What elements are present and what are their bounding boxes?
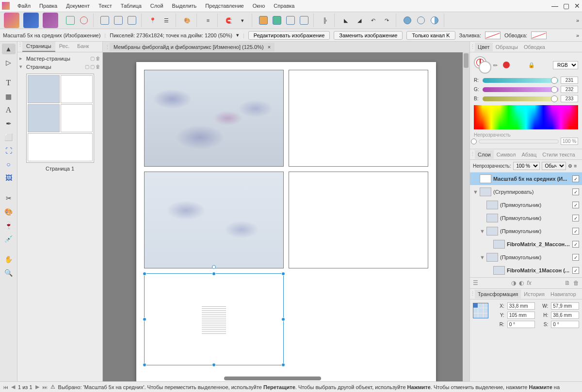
art-text-tool[interactable]: A [2,105,16,115]
vertical-scrollbar[interactable] [463,52,469,381]
tool-align2[interactable]: ╠ [319,14,331,27]
tool-magnet[interactable]: 🧲 [223,14,235,27]
table-tool[interactable]: ▦ [2,91,16,102]
b-slider[interactable] [483,96,559,101]
layer-row[interactable]: (Прямоугольник)✓ [470,199,582,212]
menu-view[interactable]: Представление [201,2,247,10]
tool-op2[interactable] [415,14,427,27]
h-input[interactable]: 38,6 mm [551,312,579,319]
layer-row[interactable]: ▼(Прямоугольник)✓ [470,225,582,238]
handle-br[interactable] [281,363,285,367]
tool-grid2[interactable] [112,14,125,27]
layer-row[interactable]: ▼(Прямоугольник)✓ [470,251,582,264]
opacity-slider[interactable] [479,140,559,143]
tool-arrange3[interactable] [284,14,297,27]
k-channel-button[interactable]: Только канал K [406,31,455,40]
close-tab-icon[interactable]: × [268,44,271,50]
tab-swatches[interactable]: Образцы [493,43,521,51]
color-mode-select[interactable]: RGB [553,61,578,69]
menu-text[interactable]: Текст [95,2,116,10]
tool-arrange4[interactable] [298,14,310,27]
opacity-value[interactable]: 100 % [561,138,578,145]
fill-stroke-selector[interactable] [474,56,491,74]
page-thumbnail[interactable] [26,74,94,163]
b-value[interactable]: 233 [561,95,578,102]
hand-tool[interactable]: ✋ [2,254,16,265]
menu-select[interactable]: Выделить [168,2,201,10]
ellipse-tool[interactable]: ○ [2,159,16,170]
prev-page-icon[interactable]: ◀ [11,384,15,390]
selected-object[interactable] [144,273,284,365]
warning-icon[interactable]: ⚠ [50,384,55,390]
color-grip-icon[interactable]: ⋮⋮ [470,44,475,50]
x-input[interactable]: 33,8 mm [507,302,535,310]
new-layer-icon[interactable]: 🗎 [565,280,570,286]
trash-icon[interactable]: 🗑 [573,280,579,286]
dropper-tool[interactable]: 💉 [2,234,16,244]
menu-table[interactable]: Таблица [117,2,146,10]
dropdown-icon[interactable]: ▾ [236,32,239,38]
master-pages-row[interactable]: ▸ Мастер-страницы ▢🗑 [17,54,102,63]
r-input[interactable]: 0 ° [507,321,535,328]
menu-file[interactable]: Файл [14,2,34,10]
empty-cell-2[interactable] [289,172,428,268]
handle-mr[interactable] [281,317,285,321]
delete-icon[interactable]: 🗑 [96,56,100,61]
move-tool[interactable]: ▲ [2,44,16,54]
r-slider[interactable] [483,78,559,83]
canvas[interactable] [103,52,469,381]
tab-bank[interactable]: Банк [73,42,93,52]
panel-grip-icon[interactable]: ⋮⋮ [17,42,22,52]
tab-symbol[interactable]: Символ [494,150,519,159]
pages-row[interactable]: ▾ Страницы ▢▢🗑 [17,63,102,71]
dup-icon[interactable]: ▢ [85,64,89,69]
replace-image-button[interactable]: Заменить изображение [334,31,403,40]
doc-grip-icon[interactable]: ⋮⋮ [105,44,110,50]
blend-mode-select[interactable]: Обычн [542,162,566,170]
tab-navigator[interactable]: Навигатор [548,290,579,298]
image-tool[interactable]: 🖼 [2,172,16,183]
handle-tm[interactable] [212,272,216,276]
layer-stack-icon[interactable]: ☰ [473,280,478,286]
node-tool[interactable]: ▷ [2,57,16,68]
toolbar-overflow-icon[interactable]: » [576,17,579,23]
tab-stroke-panel[interactable]: Обводка [521,43,548,51]
tool-shape1[interactable] [64,14,77,27]
image-cell-2[interactable] [144,172,284,268]
handle-ml[interactable] [143,317,146,321]
image-cell-1[interactable] [144,70,284,167]
menu-layer[interactable]: Слой [146,2,167,10]
w-input[interactable]: 57,9 mm [551,302,579,310]
tab-history[interactable]: История [521,290,548,298]
tool-arrange1[interactable] [257,14,270,27]
fill-tool[interactable]: 🎨 [2,206,16,217]
tool-align[interactable]: ≡ [202,14,214,27]
persona-photo-icon[interactable] [43,13,58,28]
fx-icon[interactable]: fx [527,280,531,286]
persona-publisher-icon[interactable] [4,13,19,28]
menu-window[interactable]: Окно [249,2,269,10]
anchor-selector[interactable] [473,303,488,318]
tab-paragraph[interactable]: Абзац [518,150,539,159]
tool-flip-v[interactable]: ◢ [353,14,366,27]
layer-row[interactable]: FibroMatrix_2_Массон (...✓ [470,238,582,251]
mask-icon[interactable]: ◑ [511,280,516,286]
tool-magnet-dropdown[interactable]: ▾ [236,14,249,27]
stroke-swatch[interactable] [531,31,547,39]
tool-pin[interactable]: 📍 [146,14,159,27]
handle-bm[interactable] [212,363,216,367]
transform-grip-icon[interactable]: ⋮⋮ [470,291,475,297]
y-input[interactable]: 105 mm [507,312,535,319]
del-page-icon[interactable]: 🗑 [96,64,100,69]
context-overflow-icon[interactable]: » [576,32,579,38]
tool-rotate-r[interactable]: ↷ [380,14,393,27]
menu-document[interactable]: Документ [62,2,94,10]
tool-shape2[interactable] [78,14,90,27]
tool-list[interactable]: ☰ [160,14,173,27]
zoom-tool[interactable]: 🔍 [2,267,16,278]
transparency-tool[interactable]: 🍷 [2,220,16,231]
frame-tool[interactable]: ⛶ [2,145,16,156]
last-page-icon[interactable]: ⏭ [42,384,48,390]
tool-rotate-l[interactable]: ↶ [367,14,379,27]
tool-arrange2[interactable] [271,14,283,27]
